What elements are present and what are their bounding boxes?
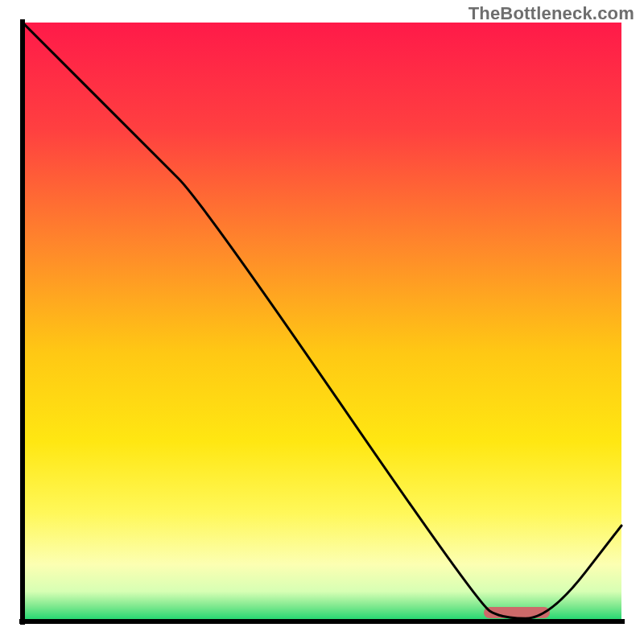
watermark-text: TheBottleneck.com bbox=[469, 3, 634, 24]
axes bbox=[0, 0, 644, 644]
chart-frame: TheBottleneck.com bbox=[0, 0, 644, 644]
